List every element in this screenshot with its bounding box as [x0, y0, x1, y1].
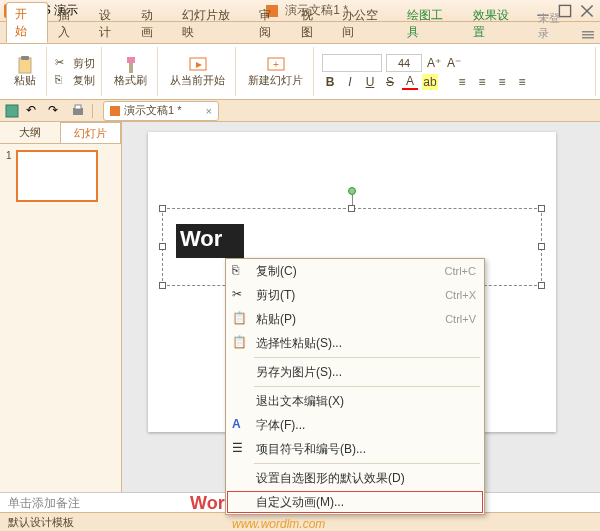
svg-rect-5 [582, 34, 594, 36]
ctx-paste[interactable]: 📋粘贴(P)Ctrl+V [226, 307, 484, 331]
resize-handle-e[interactable] [538, 243, 545, 250]
doc-tab-icon [110, 106, 120, 116]
resize-handle-sw[interactable] [159, 282, 166, 289]
copy-icon: ⎘ [232, 263, 248, 279]
url-watermark: www.wordlm.com [232, 517, 325, 531]
ctx-paste-special[interactable]: 📋选择性粘贴(S)... [226, 331, 484, 355]
font-icon: A [232, 417, 248, 433]
slide-thumb[interactable]: 1 [6, 150, 115, 202]
tab-effect[interactable]: 效果设置 [465, 4, 528, 43]
ctx-font[interactable]: A字体(F)... [226, 413, 484, 437]
resize-handle-w[interactable] [159, 243, 166, 250]
highlight-button[interactable]: ab [422, 74, 438, 90]
svg-text:+: + [273, 59, 279, 70]
play-icon [188, 55, 208, 73]
doc-tab-label: 演示文稿1 * [124, 103, 181, 118]
slide-thumbnail-image [16, 150, 98, 202]
ctx-custom-animation[interactable]: 自定义动画(M)... [226, 490, 484, 514]
from-current-button[interactable]: 从当前开始 [166, 53, 229, 90]
paste-button[interactable]: 粘贴 [10, 53, 40, 90]
font-family-select[interactable] [322, 54, 382, 72]
decrease-font-button[interactable]: A⁻ [446, 55, 462, 71]
format-painter-button[interactable]: 格式刷 [110, 53, 151, 90]
ctx-save-as-image[interactable]: 另存为图片(S)... [226, 360, 484, 384]
tab-start[interactable]: 开始 [6, 2, 48, 43]
copy-icon: ⎘ [55, 73, 69, 87]
tab-office[interactable]: 办公空间 [334, 4, 397, 43]
svg-rect-10 [129, 63, 133, 73]
undo-button[interactable]: ↶ [26, 103, 42, 119]
save-button[interactable] [4, 103, 20, 119]
rotate-handle[interactable] [348, 187, 356, 195]
ctx-exit-text-edit[interactable]: 退出文本编辑(X) [226, 389, 484, 413]
print-button[interactable] [70, 103, 86, 119]
resize-handle-nw[interactable] [159, 205, 166, 212]
tab-slideshow[interactable]: 幻灯片放映 [174, 4, 249, 43]
svg-rect-9 [127, 57, 135, 63]
ctx-cut[interactable]: ✂剪切(T)Ctrl+X [226, 283, 484, 307]
new-slide-icon: + [266, 55, 286, 73]
align-justify-button[interactable]: ≡ [514, 74, 530, 90]
brush-icon [121, 55, 141, 73]
bullets-icon: ☰ [232, 441, 248, 457]
ctx-bullets[interactable]: ☰项目符号和编号(B)... [226, 437, 484, 461]
align-left-button[interactable]: ≡ [454, 74, 470, 90]
redo-button[interactable]: ↷ [48, 103, 64, 119]
svg-rect-6 [582, 37, 594, 39]
paste-special-icon: 📋 [232, 335, 248, 351]
quick-access-toolbar: ↶ ↷ 演示文稿1 * × [0, 100, 600, 122]
align-center-button[interactable]: ≡ [474, 74, 490, 90]
close-button[interactable] [580, 4, 594, 18]
slides-tab[interactable]: 幻灯片 [60, 122, 122, 143]
notes-placeholder: 单击添加备注 [8, 496, 80, 510]
resize-handle-n[interactable] [348, 205, 355, 212]
doc-tab-close[interactable]: × [205, 105, 211, 117]
new-slide-button[interactable]: + 新建幻灯片 [244, 53, 307, 90]
login-status[interactable]: 未登录 [530, 8, 574, 43]
document-tab[interactable]: 演示文稿1 * × [103, 101, 219, 121]
tab-review[interactable]: 审阅 [251, 4, 291, 43]
ribbon: 粘贴 ✂剪切 ⎘复制 格式刷 从当前开始 + 新建幻灯片 44 A⁺ A⁻ B [0, 44, 600, 100]
status-template: 默认设计模板 [8, 515, 74, 530]
paste-label: 粘贴 [14, 73, 36, 88]
paste-icon: 📋 [232, 311, 248, 327]
strike-button[interactable]: S [382, 74, 398, 90]
scissors-icon: ✂ [232, 287, 248, 303]
tab-view[interactable]: 视图 [293, 4, 333, 43]
tab-animation[interactable]: 动画 [133, 4, 173, 43]
svg-rect-7 [19, 58, 31, 73]
svg-rect-4 [582, 31, 594, 33]
ribbon-menu-icon[interactable] [576, 27, 600, 43]
outline-tab[interactable]: 大纲 [0, 122, 60, 143]
underline-button[interactable]: U [362, 74, 378, 90]
context-menu: ⎘复制(C)Ctrl+C ✂剪切(T)Ctrl+X 📋粘贴(P)Ctrl+V 📋… [225, 258, 485, 515]
slide-number: 1 [6, 150, 12, 202]
cut-button[interactable]: ✂剪切 [55, 56, 95, 71]
font-color-button[interactable]: A [402, 74, 418, 90]
ctx-copy[interactable]: ⎘复制(C)Ctrl+C [226, 259, 484, 283]
font-size-select[interactable]: 44 [386, 54, 422, 72]
bold-button[interactable]: B [322, 74, 338, 90]
paste-icon [15, 55, 35, 73]
copy-button[interactable]: ⎘复制 [55, 73, 95, 88]
scissors-icon: ✂ [55, 56, 69, 70]
svg-rect-15 [6, 105, 18, 117]
tab-design[interactable]: 设计 [91, 4, 131, 43]
svg-rect-17 [75, 105, 81, 109]
italic-button[interactable]: I [342, 74, 358, 90]
sidebar: 大纲 幻灯片 1 [0, 122, 122, 492]
increase-font-button[interactable]: A⁺ [426, 55, 442, 71]
tab-draw-tools[interactable]: 绘图工具 [399, 4, 462, 43]
align-right-button[interactable]: ≡ [494, 74, 510, 90]
resize-handle-se[interactable] [538, 282, 545, 289]
svg-rect-8 [21, 56, 29, 60]
ribbon-tabs: 开始 插入 设计 动画 幻灯片放映 审阅 视图 办公空间 绘图工具 效果设置 未… [0, 22, 600, 44]
textbox-content[interactable]: Wor [176, 224, 244, 258]
tab-insert[interactable]: 插入 [50, 4, 90, 43]
resize-handle-ne[interactable] [538, 205, 545, 212]
ctx-default-effect[interactable]: 设置自选图形的默认效果(D) [226, 466, 484, 490]
